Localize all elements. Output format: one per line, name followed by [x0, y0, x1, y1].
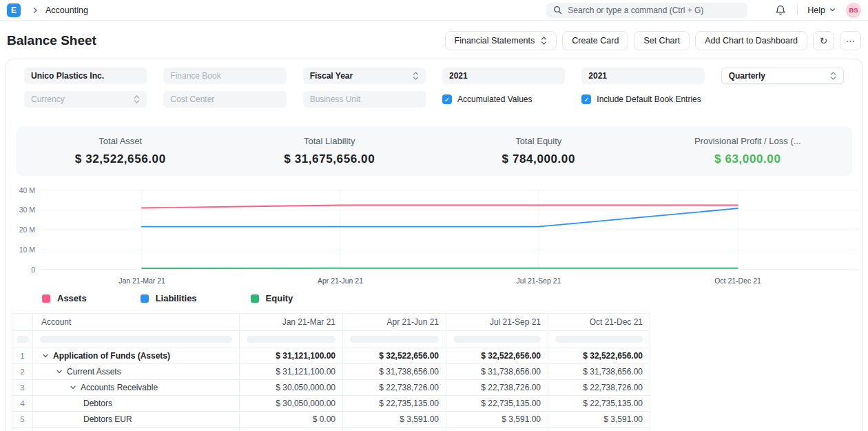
legend-item-equity[interactable]: Equity — [251, 293, 293, 303]
ellipsis-icon: ⋯ — [846, 35, 856, 46]
period-basis-select[interactable]: Fiscal Year — [303, 68, 426, 84]
chevron-down-icon — [829, 7, 836, 13]
currency-select[interactable]: Currency — [24, 91, 147, 108]
chevron-down-icon[interactable] — [56, 368, 63, 375]
column-filter-input[interactable] — [17, 336, 29, 343]
avatar[interactable]: BS — [846, 3, 861, 18]
account-name: Debtors EUR — [83, 414, 132, 424]
column-filter-input[interactable] — [350, 336, 439, 343]
periodicity-select[interactable]: Quarterly — [721, 68, 844, 84]
legend-item-liabilities[interactable]: Liabilities — [141, 293, 197, 303]
report-switcher-select[interactable]: Financial Statements — [445, 31, 557, 50]
account-cell[interactable]: Current Assets — [33, 364, 240, 380]
account-cell[interactable]: Debtors — [33, 396, 240, 412]
value-cell: $ 22,738,726.00 — [446, 380, 548, 396]
table-row: 2Current Assets$ 31,121,100.00$ 31,738,6… — [12, 364, 650, 380]
search-input[interactable]: Search or type a command (Ctrl + G) — [546, 3, 747, 18]
create-card-button[interactable]: Create Card — [562, 31, 628, 50]
account-name: Debtors — [83, 399, 112, 408]
table-header-row: AccountJan 21-Mar 21Apr 21-Jun 21Jul 21-… — [12, 314, 650, 331]
summary-value: $ 784,000.00 — [434, 152, 643, 166]
breadcrumb[interactable]: Accounting — [45, 6, 88, 15]
summary-card: Total Asset $ 32,522,656.00 — [16, 136, 225, 166]
account-name: Application of Funds (Assets) — [53, 351, 170, 361]
from-year-value: 2021 — [449, 71, 468, 81]
table-row: 5Debtors EUR$ 0.00$ 3,591.00$ 3,591.00$ … — [12, 412, 650, 428]
account-cell[interactable]: Accounts Receivable — [33, 380, 240, 396]
accumulated-values-checkbox[interactable]: ✓ Accumulated Values — [442, 91, 565, 108]
svg-text:Jan 21-Mar 21: Jan 21-Mar 21 — [118, 277, 165, 285]
column-filter-row — [12, 331, 650, 348]
chevron-down-icon[interactable] — [42, 352, 49, 359]
cost-center-placeholder: Cost Center — [170, 94, 214, 104]
legend-item-assets[interactable]: Assets — [42, 293, 87, 303]
svg-text:20 M: 20 M — [19, 225, 35, 234]
column-header[interactable]: Account — [33, 314, 240, 331]
value-cell: $ 31,738,656.00 — [548, 364, 650, 380]
value-cell: $ 31,738,656.00 — [343, 364, 446, 380]
account-name: Current Assets — [67, 367, 121, 377]
svg-text:30 M: 30 M — [19, 206, 35, 214]
summary-label: Total Asset — [16, 136, 225, 146]
column-header[interactable]: Apr 21-Jun 21 — [343, 314, 446, 331]
table-row: 1Application of Funds (Assets)$ 31,121,1… — [12, 348, 650, 364]
liabilities-swatch — [141, 294, 149, 303]
more-menu-button[interactable]: ⋯ — [840, 31, 861, 50]
svg-text:10 M: 10 M — [19, 245, 35, 254]
help-menu[interactable]: Help — [807, 6, 836, 15]
summary-label: Total Liability — [225, 136, 435, 146]
svg-text:40 M: 40 M — [19, 186, 35, 194]
checkbox-check-icon: ✓ — [442, 94, 452, 104]
column-header-row-number — [12, 314, 33, 331]
to-year-filter[interactable]: 2021 — [581, 68, 704, 84]
column-filter-cell — [12, 331, 33, 348]
business-unit-filter[interactable]: Business Unit — [303, 91, 426, 108]
business-unit-placeholder: Business Unit — [310, 94, 360, 104]
refresh-button[interactable]: ↻ — [813, 31, 834, 50]
account-cell[interactable]: Debtors EUR — [33, 412, 240, 428]
include-default-book-entries-label: Include Default Book Entries — [597, 94, 701, 104]
column-header[interactable]: Jul 21-Sep 21 — [446, 314, 548, 331]
row-number: 5 — [12, 412, 33, 428]
value-cell: $ 30,050,000.00 — [240, 396, 343, 412]
column-header[interactable]: Oct 21-Dec 21 — [548, 314, 650, 331]
notifications-button[interactable] — [774, 3, 787, 17]
period-basis-value: Fiscal Year — [310, 71, 353, 81]
table-row — [12, 428, 650, 431]
currency-placeholder: Currency — [31, 94, 65, 104]
chevron-right-icon — [32, 7, 39, 14]
column-header[interactable]: Jan 21-Mar 21 — [240, 314, 343, 331]
include-default-book-entries-checkbox[interactable]: ✓ Include Default Book Entries — [581, 91, 704, 108]
value-cell: $ 30,050,000.00 — [240, 380, 343, 396]
from-year-filter[interactable]: 2021 — [442, 68, 565, 84]
value-cell: $ 31,121,100.00 — [240, 348, 343, 364]
periodicity-value: Quarterly — [729, 71, 765, 81]
report-table: AccountJan 21-Mar 21Apr 21-Jun 21Jul 21-… — [12, 313, 650, 431]
cost-center-filter[interactable]: Cost Center — [163, 91, 286, 108]
svg-text:Jul 21-Sep 21: Jul 21-Sep 21 — [517, 277, 561, 285]
set-chart-button[interactable]: Set Chart — [634, 31, 690, 50]
select-updown-icon — [413, 71, 419, 81]
app-logo[interactable]: E — [7, 3, 21, 17]
company-filter-value: Unico Plastics Inc. — [31, 71, 104, 81]
column-filter-input[interactable] — [555, 336, 643, 343]
chevron-down-icon[interactable] — [70, 384, 76, 391]
value-cell: $ 31,121,100.00 — [240, 364, 343, 380]
summary-card: Total Liability $ 31,675,656.00 — [225, 136, 435, 166]
company-filter[interactable]: Unico Plastics Inc. — [24, 68, 147, 84]
table-section: AccountJan 21-Mar 21Apr 21-Jun 21Jul 21-… — [12, 313, 862, 431]
column-filter-input[interactable] — [453, 336, 541, 343]
select-updown-icon — [134, 94, 140, 104]
column-filter-input[interactable] — [247, 336, 335, 343]
finance-book-filter[interactable]: Finance Book — [163, 68, 286, 84]
value-cell: $ 3,591.00 — [343, 412, 446, 428]
table-body: 1Application of Funds (Assets)$ 31,121,1… — [12, 348, 650, 431]
account-cell[interactable]: Application of Funds (Assets) — [33, 348, 240, 364]
column-filter-cell — [548, 331, 650, 348]
svg-text:0: 0 — [31, 265, 35, 274]
add-chart-to-dashboard-button[interactable]: Add Chart to Dashboard — [695, 31, 807, 50]
app-logo-letter: E — [11, 6, 17, 15]
column-filter-input[interactable] — [40, 336, 232, 343]
row-number: 3 — [12, 380, 33, 396]
search-placeholder: Search or type a command (Ctrl + G) — [568, 6, 703, 15]
